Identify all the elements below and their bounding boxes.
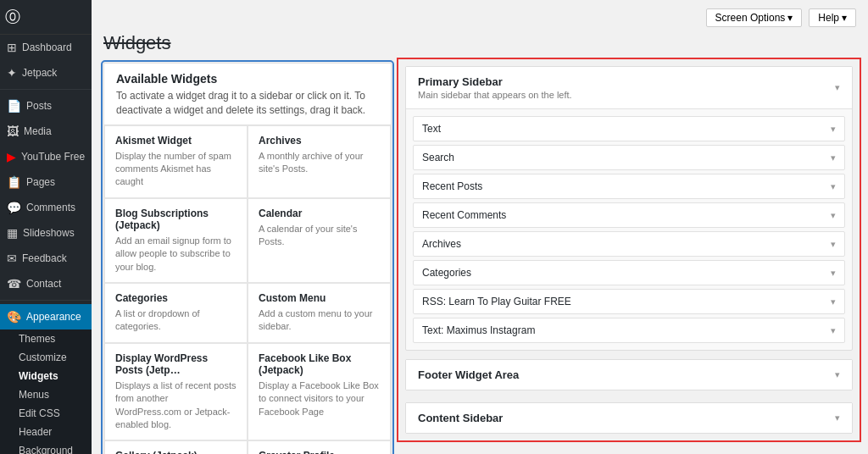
widget-calendar-name: Calendar <box>259 208 380 219</box>
sidebar-sub-background[interactable]: Background <box>0 441 92 454</box>
available-widgets-panel: Available Widgets To activate a widget d… <box>103 63 392 454</box>
sidebar-label-posts: Posts <box>26 100 52 112</box>
sidebar-item-feedback[interactable]: ✉ Feedback <box>0 246 92 271</box>
sidebar-widget-text[interactable]: Text ▾ <box>413 116 845 141</box>
widget-display-wp-posts-name: Display WordPress Posts (Jetp… <box>115 352 236 376</box>
widget-akismet-desc: Display the number of spam comments Akis… <box>115 150 236 189</box>
primary-sidebar-header[interactable]: Primary Sidebar Main sidebar that appear… <box>406 67 852 109</box>
widget-categories[interactable]: Categories A list or dropdown of categor… <box>104 283 248 343</box>
sidebar-item-contact[interactable]: ☎ Contact <box>0 271 92 296</box>
sidebar-item-youtube[interactable]: ▶ YouTube Free <box>0 144 92 169</box>
jetpack-icon: ✦ <box>7 66 17 80</box>
sidebar-item-appearance[interactable]: 🎨 Appearance <box>0 304 92 329</box>
sidebar-widget-rss-label: RSS: Learn To Play Guitar FREE <box>422 296 571 307</box>
sidebar-label-media: Media <box>24 125 52 137</box>
sidebar-item-pages[interactable]: 📋 Pages <box>0 169 92 195</box>
sidebar-sub-header[interactable]: Header <box>0 423 92 441</box>
content-area: Available Widgets To activate a widget d… <box>103 63 856 454</box>
dashboard-icon: ⊞ <box>7 41 17 54</box>
sidebar-sub-customize[interactable]: Customize <box>0 348 92 367</box>
content-sidebar-chevron-icon: ▾ <box>835 412 840 424</box>
primary-sidebar-body: Text ▾ Search ▾ Recent Posts ▾ Recent Co… <box>406 109 852 350</box>
content-sidebar-area: Content Sidebar ▾ <box>405 402 853 434</box>
widgets-panel-heading: Available Widgets <box>116 72 379 86</box>
sidebar-item-dashboard[interactable]: ⊞ Dashboard <box>0 35 92 60</box>
recent-posts-chevron-icon: ▾ <box>831 181 836 192</box>
widget-archives[interactable]: Archives A monthly archive of your site'… <box>248 125 391 198</box>
sidebar-widget-categories-label: Categories <box>422 267 471 279</box>
posts-icon: 📄 <box>7 99 21 113</box>
sidebar-label-slideshows: Slideshows <box>23 227 75 239</box>
widgets-panel-description: To activate a widget drag it to a sideba… <box>116 89 379 118</box>
widget-akismet-name: Akismet Widget <box>115 135 236 147</box>
sidebar-widget-categories[interactable]: Categories ▾ <box>413 260 845 285</box>
widget-categories-desc: A list or dropdown of categories. <box>115 307 236 334</box>
widget-archives-name: Archives <box>259 135 380 147</box>
sidebar-widget-instagram[interactable]: Text: Maximus Instagram ▾ <box>413 318 845 343</box>
widget-archives-desc: A monthly archive of your site's Posts. <box>259 150 380 176</box>
widget-calendar[interactable]: Calendar A calendar of your site's Posts… <box>248 198 391 283</box>
search-widget-chevron-icon: ▾ <box>831 152 836 163</box>
sidebar-widget-search-label: Search <box>422 152 454 163</box>
widget-gallery[interactable]: Gallery (Jetpack) Display a photo galler… <box>104 440 248 454</box>
widget-gravatar-name: Gravatar Profile (Jetpack) <box>259 450 380 454</box>
sidebar-label-pages: Pages <box>26 176 55 188</box>
primary-sidebar-info: Primary Sidebar Main sidebar that appear… <box>418 75 572 100</box>
sidebar-sub-themes[interactable]: Themes <box>0 329 92 348</box>
widget-gallery-name: Gallery (Jetpack) <box>115 450 236 454</box>
sidebar-widget-search[interactable]: Search ▾ <box>413 145 845 170</box>
sidebar-item-jetpack[interactable]: ✦ Jetpack <box>0 60 92 86</box>
widget-custom-menu[interactable]: Custom Menu Add a custom menu to your si… <box>248 283 391 343</box>
screen-options-chevron-icon: ▾ <box>787 12 793 24</box>
widgets-grid: Akismet Widget Display the number of spa… <box>104 125 391 454</box>
widgets-panel-header: Available Widgets To activate a widget d… <box>104 64 391 125</box>
sidebar-widget-recent-posts[interactable]: Recent Posts ▾ <box>413 174 845 199</box>
sidebar-label-contact: Contact <box>26 278 61 290</box>
widget-akismet[interactable]: Akismet Widget Display the number of spa… <box>104 125 248 198</box>
help-label: Help <box>818 12 839 24</box>
sidebar: ⓪ ⊞ Dashboard ✦ Jetpack 📄 Posts 🖼 Media … <box>0 0 92 454</box>
primary-sidebar-desc: Main sidebar that appears on the left. <box>418 90 572 100</box>
sidebar-sub-widgets[interactable]: Widgets <box>0 367 92 385</box>
content-sidebar-header[interactable]: Content Sidebar ▾ <box>406 403 852 433</box>
sidebar-sub-edit-css[interactable]: Edit CSS <box>0 404 92 423</box>
widget-fb-like-box-desc: Display a Facebook Like Box to connect v… <box>259 379 380 418</box>
comments-icon: 💬 <box>7 201 21 214</box>
screen-options-label: Screen Options <box>715 12 786 24</box>
rss-chevron-icon: ▾ <box>831 296 836 307</box>
primary-sidebar-chevron-icon: ▾ <box>835 82 840 93</box>
widget-display-wp-posts[interactable]: Display WordPress Posts (Jetp… Displays … <box>104 343 248 441</box>
footer-widget-area-header[interactable]: Footer Widget Area ▾ <box>406 360 852 390</box>
right-panels: Primary Sidebar Main sidebar that appear… <box>402 63 856 437</box>
help-button[interactable]: Help ▾ <box>809 8 856 27</box>
feedback-icon: ✉ <box>7 252 17 265</box>
appearance-submenu: Themes Customize Widgets Menus Edit CSS … <box>0 329 92 454</box>
sidebar-widget-recent-comments[interactable]: Recent Comments ▾ <box>413 202 845 228</box>
sidebar-widget-archives-label: Archives <box>422 238 461 250</box>
widget-fb-like-box[interactable]: Facebook Like Box (Jetpack) Display a Fa… <box>248 343 391 441</box>
widget-fb-like-box-name: Facebook Like Box (Jetpack) <box>259 352 380 376</box>
widget-gravatar[interactable]: Gravatar Profile (Jetpack) Display a min… <box>248 440 391 454</box>
sidebar-widget-rss[interactable]: RSS: Learn To Play Guitar FREE ▾ <box>413 289 845 314</box>
page-title-wrap: Widgets <box>103 32 856 54</box>
archives-chevron-icon: ▾ <box>831 239 836 250</box>
text-widget-chevron-icon: ▾ <box>831 124 836 135</box>
sidebar-widget-archives[interactable]: Archives ▾ <box>413 231 845 257</box>
page-title: Widgets <box>103 32 170 53</box>
sidebar-separator-2 <box>0 300 92 301</box>
sidebar-widget-recent-comments-label: Recent Comments <box>422 209 506 221</box>
sidebar-label-appearance: Appearance <box>26 311 81 323</box>
media-icon: 🖼 <box>7 125 19 138</box>
sidebar-label-feedback: Feedback <box>22 252 67 264</box>
pages-icon: 📋 <box>7 175 21 189</box>
sidebar-item-posts[interactable]: 📄 Posts <box>0 93 92 119</box>
main-content: Screen Options ▾ Help ▾ Widgets Availabl… <box>92 0 868 454</box>
sidebar-item-slideshows[interactable]: ▦ Slideshows <box>0 220 92 246</box>
sidebar-widget-recent-posts-label: Recent Posts <box>422 180 482 192</box>
sidebar-sub-menus[interactable]: Menus <box>0 385 92 404</box>
screen-options-button[interactable]: Screen Options ▾ <box>706 8 803 27</box>
widget-blog-subscriptions[interactable]: Blog Subscriptions (Jetpack) Add an emai… <box>104 198 248 283</box>
sidebar-item-comments[interactable]: 💬 Comments <box>0 195 92 220</box>
sidebar-item-media[interactable]: 🖼 Media <box>0 119 92 144</box>
widget-blog-subscriptions-name: Blog Subscriptions (Jetpack) <box>115 208 236 231</box>
